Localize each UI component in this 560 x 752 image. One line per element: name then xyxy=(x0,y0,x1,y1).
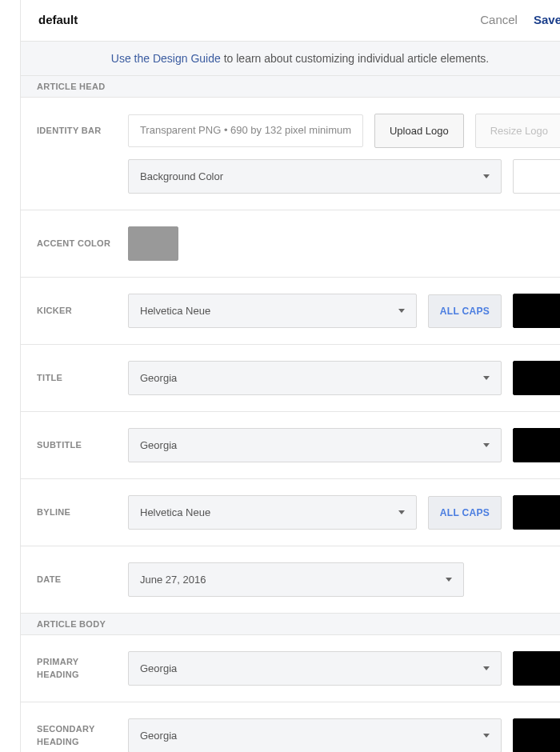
kicker-color-swatch[interactable] xyxy=(513,294,560,328)
info-bar: Use the Design Guide to learn about cust… xyxy=(21,41,560,76)
byline-color-swatch[interactable] xyxy=(513,495,560,530)
background-color-swatch[interactable] xyxy=(513,159,560,194)
kicker-font-select[interactable]: Helvetica Neue xyxy=(128,294,417,328)
chevron-down-icon xyxy=(483,376,490,380)
row-identity-bar: IDENTITY BAR Transparent PNG • 690 by 13… xyxy=(21,98,560,159)
row-subtitle: SUBTITLE Georgia xyxy=(21,412,560,479)
secondary-heading-font-select[interactable]: Georgia xyxy=(128,718,502,752)
row-kicker: KICKER Helvetica Neue ALL CAPS xyxy=(21,278,560,345)
date-label: DATE xyxy=(37,574,117,586)
date-select[interactable]: June 27, 2016 xyxy=(128,562,464,597)
resize-logo-button: Resize Logo xyxy=(475,114,560,148)
title-label: TITLE xyxy=(37,372,117,384)
accent-color-content xyxy=(128,226,560,261)
chevron-down-icon xyxy=(446,578,452,582)
row-byline: BYLINE Helvetica Neue ALL CAPS xyxy=(21,479,560,546)
info-bar-text: to learn about customizing individual ar… xyxy=(221,52,489,65)
subtitle-color-swatch[interactable] xyxy=(513,428,560,462)
kicker-content: Helvetica Neue ALL CAPS xyxy=(128,294,560,328)
subtitle-label: SUBTITLE xyxy=(37,439,117,451)
settings-panel: default Cancel Save Use the Design Guide… xyxy=(20,0,560,752)
section-heading-article-head: ARTICLE HEAD xyxy=(21,76,560,98)
chevron-down-icon xyxy=(483,666,490,670)
primary-heading-font-select[interactable]: Georgia xyxy=(128,651,502,686)
primary-heading-label: PRIMARY HEADING xyxy=(37,656,117,681)
title-content: Georgia xyxy=(128,361,560,395)
byline-allcaps-button[interactable]: ALL CAPS xyxy=(428,496,502,530)
identity-bar-content: Transparent PNG • 690 by 132 pixel minim… xyxy=(128,114,560,148)
accent-color-swatch[interactable] xyxy=(128,226,178,261)
section-heading-article-body: ARTICLE BODY xyxy=(21,613,560,635)
primary-heading-content: Georgia xyxy=(128,651,560,686)
primary-heading-color-swatch[interactable] xyxy=(513,651,560,686)
secondary-heading-font-value: Georgia xyxy=(140,730,177,742)
save-button[interactable]: Save xyxy=(534,13,560,26)
logo-placeholder: Transparent PNG • 690 by 132 pixel minim… xyxy=(128,114,363,146)
background-color-value: Background Color xyxy=(140,170,223,182)
accent-color-label: ACCENT COLOR xyxy=(37,238,117,250)
secondary-heading-label: SECONDARY HEADING xyxy=(37,723,117,748)
chevron-down-icon xyxy=(483,174,490,178)
row-secondary-heading: SECONDARY HEADING Georgia xyxy=(21,702,560,752)
subtitle-content: Georgia xyxy=(128,428,560,462)
row-primary-heading: PRIMARY HEADING Georgia xyxy=(21,635,560,702)
upload-logo-button[interactable]: Upload Logo xyxy=(374,114,464,148)
title-font-value: Georgia xyxy=(140,372,177,384)
secondary-heading-color-swatch[interactable] xyxy=(513,718,560,752)
kicker-allcaps-button[interactable]: ALL CAPS xyxy=(428,294,502,328)
date-content: June 27, 2016 xyxy=(128,562,560,597)
kicker-font-value: Helvetica Neue xyxy=(140,305,210,317)
row-date: DATE June 27, 2016 xyxy=(21,546,560,613)
title-color-swatch[interactable] xyxy=(513,361,560,395)
byline-font-select[interactable]: Helvetica Neue xyxy=(128,495,417,530)
header-actions: Cancel Save xyxy=(480,13,560,26)
chevron-down-icon xyxy=(483,443,490,447)
byline-font-value: Helvetica Neue xyxy=(140,506,210,518)
page-title: default xyxy=(38,13,78,26)
row-title: TITLE Georgia xyxy=(21,345,560,412)
background-color-select[interactable]: Background Color xyxy=(128,159,502,194)
identity-bar-label: IDENTITY BAR xyxy=(37,125,117,137)
kicker-label: KICKER xyxy=(37,305,117,317)
byline-content: Helvetica Neue ALL CAPS xyxy=(128,495,560,530)
secondary-heading-content: Georgia xyxy=(128,718,560,752)
chevron-down-icon xyxy=(398,309,405,313)
subtitle-font-select[interactable]: Georgia xyxy=(128,428,502,462)
row-accent-color: ACCENT COLOR xyxy=(21,210,560,278)
panel-header: default Cancel Save xyxy=(21,0,560,41)
title-font-select[interactable]: Georgia xyxy=(128,361,502,395)
row-identity-bar-bg: Background Color xyxy=(21,159,560,210)
chevron-down-icon xyxy=(483,734,490,738)
date-value: June 27, 2016 xyxy=(140,574,206,586)
cancel-button[interactable]: Cancel xyxy=(480,13,518,26)
byline-label: BYLINE xyxy=(37,506,117,518)
subtitle-font-value: Georgia xyxy=(140,439,177,451)
primary-heading-font-value: Georgia xyxy=(140,662,177,674)
chevron-down-icon xyxy=(398,510,405,514)
design-guide-link[interactable]: Use the Design Guide xyxy=(111,52,221,65)
